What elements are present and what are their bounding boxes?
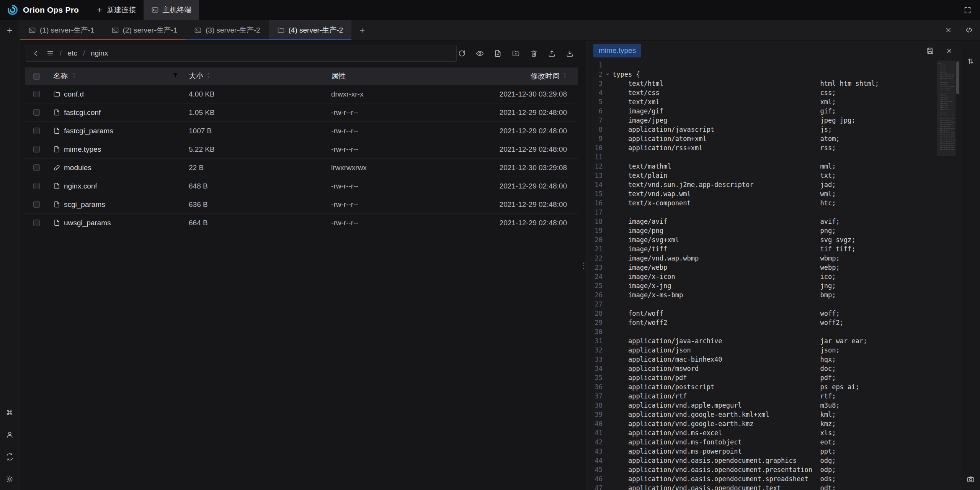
shortcut-keys-button[interactable] [5,407,15,417]
directory-list-icon[interactable] [46,49,54,57]
nav-new-connection[interactable]: 新建连接 [88,0,144,20]
fm-trash-button[interactable] [529,48,539,58]
settings-button[interactable] [5,474,15,484]
add-tab-button[interactable] [351,20,373,40]
row-checkbox[interactable] [33,128,40,134]
filter-icon[interactable] [172,72,179,80]
code-line: 35 application/pdf pdf; [586,373,961,382]
line-number: 15 [586,189,603,198]
session-tab-2[interactable]: (2) server-生产-1 [103,20,186,40]
select-all-checkbox[interactable] [33,73,40,80]
file-mtime: 2021-12-30 03:29:08 [500,164,567,172]
breadcrumb-segment[interactable]: etc [67,49,77,57]
line-number: 3 [586,79,603,88]
editor-file-tab[interactable]: mime.types [593,44,641,57]
chevron-down-icon[interactable] [603,70,612,79]
swap-layout-button[interactable] [966,56,976,66]
line-content: application/atom+xml atom; [612,134,840,143]
row-checkbox[interactable] [33,201,40,208]
file-mtime: 2021-12-29 02:48:00 [500,108,567,117]
close-all-tabs-button[interactable] [943,25,953,35]
fold-spacer [603,318,612,327]
line-content: font/woff woff; [612,309,840,318]
fm-file-plus-button[interactable] [493,48,503,58]
row-checkbox[interactable] [33,91,40,97]
file-plus-icon [494,49,502,57]
fold-spacer [603,300,612,309]
column-header-size[interactable]: 大小 [189,71,203,81]
rail-add-button[interactable] [5,25,15,35]
fullscreen-button[interactable] [962,5,972,15]
line-number: 14 [586,180,603,189]
line-content: image/png png; [612,226,836,235]
session-tab-3[interactable]: (3) server-生产-2 [186,20,269,40]
sync-icon [6,453,14,461]
session-tab-1[interactable]: (1) server-生产-1 [20,20,103,40]
file-row-uwsgi_params[interactable]: uwsgi_params664 B-rw-r--r--2021-12-29 02… [25,214,578,232]
fm-folder-plus-button[interactable] [511,48,521,58]
file-row-fastcgi.conf[interactable]: fastcgi.conf1.05 KB-rw-r--r--2021-12-29 … [25,103,578,122]
file-row-nginx.conf[interactable]: nginx.conf648 B-rw-r--r--2021-12-29 02:4… [25,177,578,195]
file-name: scgi_params [64,200,105,209]
row-checkbox[interactable] [33,109,40,116]
line-content: font/woff2 woff2; [612,318,844,327]
tab-label: (2) server-生产-1 [123,25,178,35]
line-number: 4 [586,88,603,97]
minimap[interactable]: types { text/html html htm shtml; text/c… [937,61,956,490]
line-content: text/mathml mml; [612,162,836,171]
file-row-mime.types[interactable]: mime.types5.22 KB-rw-r--r--2021-12-29 02… [25,140,578,159]
file-row-fastcgi_params[interactable]: fastcgi_params1007 B-rw-r--r--2021-12-29… [25,122,578,140]
line-number: 47 [586,483,603,490]
panel-resize-handle[interactable]: ⋮ [581,41,586,490]
folder-icon [53,90,60,98]
sort-icon[interactable] [206,72,211,81]
row-checkbox[interactable] [33,164,40,171]
fm-eye-button[interactable] [475,48,485,58]
floppy-icon [926,47,934,55]
code-editor[interactable]: 12types {3 text/html html htm shtml;4 te… [586,61,961,490]
code-line: 21 image/tiff tif tiff; [586,244,961,254]
line-number: 35 [586,373,603,382]
code-line: 13 text/plain txt; [586,171,961,180]
session-tab-4[interactable]: (4) server-生产-2 [269,20,352,40]
sort-icon[interactable] [72,72,76,81]
editor-close-button[interactable] [944,46,954,56]
editor-scrollbar-thumb[interactable] [956,61,959,94]
nav-host-terminal[interactable]: 主机终端 [144,0,199,20]
line-number: 30 [586,327,603,336]
column-header-name[interactable]: 名称 [53,71,68,81]
minimap-slider[interactable] [937,61,956,156]
code-line: 45 application/vnd.oasis.opendocument.pr… [586,465,961,474]
code-line: 4 text/css css; [586,88,961,97]
save-button[interactable] [925,46,935,56]
code-line: 3 text/html html htm shtml; [586,79,961,88]
file-mtime: 2021-12-30 03:29:08 [500,90,567,98]
row-checkbox[interactable] [33,146,40,152]
command-snippets-button[interactable] [964,25,974,35]
screenshot-button[interactable] [966,474,976,484]
sort-icon[interactable] [563,72,567,81]
fm-download-button[interactable] [565,48,575,58]
row-checkbox[interactable] [33,220,40,226]
back-button[interactable] [31,48,41,58]
fold-spacer [603,125,612,134]
user-button[interactable] [5,429,15,439]
swap-vertical-icon [967,57,975,65]
left-rail [0,20,20,490]
fm-upload-button[interactable] [547,48,557,58]
row-checkbox[interactable] [33,183,40,189]
sync-button[interactable] [5,452,15,462]
editor-scrollbar[interactable] [956,61,960,490]
fm-refresh-button[interactable] [457,48,467,58]
file-icon [53,219,60,226]
command-icon [6,408,14,416]
file-row-conf.d[interactable]: conf.d4.00 KBdrwxr-xr-x2021-12-30 03:29:… [25,85,578,103]
file-row-modules[interactable]: modules22 Blrwxrwxrwx2021-12-30 03:29:08 [25,159,578,177]
code-line: 38 application/vnd.apple.mpegurl m3u8; [586,401,961,410]
code-line: 18 image/avif avif; [586,217,961,226]
column-header-mtime[interactable]: 修改时间 [531,71,560,81]
line-content: application/vnd.ms-excel xls; [612,428,836,438]
file-row-scgi_params[interactable]: scgi_params636 B-rw-r--r--2021-12-29 02:… [25,195,578,214]
line-content: image/vnd.wap.wbmp wbmp; [612,254,840,263]
breadcrumb-segment[interactable]: nginx [91,49,108,57]
